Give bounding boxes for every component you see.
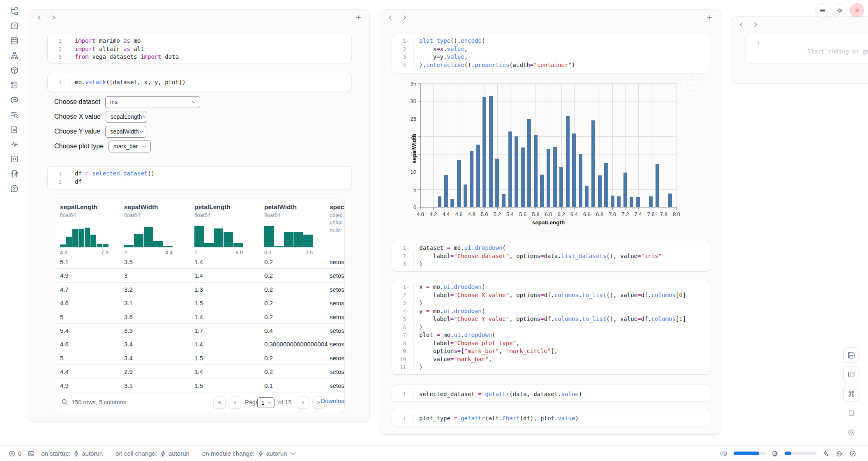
layout-button[interactable]	[843, 366, 859, 382]
cell-editor-xy-dropdowns[interactable]: 1⌄x = mo.ui.dropdown(2 label="Choose X v…	[392, 280, 710, 375]
add-cell-icon[interactable]	[706, 14, 713, 23]
altair-chart-output[interactable]: 4.04.24.44.64.85.05.25.45.65.86.06.26.46…	[392, 76, 710, 237]
column-header-petalWidth[interactable]: petalWidthfloat640.12.5	[264, 203, 327, 218]
chart-bar[interactable]	[579, 154, 582, 207]
chart-bar[interactable]	[623, 173, 627, 207]
error-count-button[interactable]: 0	[8, 450, 21, 457]
chart-bar[interactable]	[521, 148, 525, 207]
settings-button[interactable]	[833, 3, 847, 17]
fold-chevron-icon[interactable]: ⌄	[406, 37, 411, 45]
functions-icon[interactable]: f	[9, 21, 20, 31]
column-header-sepalWidth[interactable]: sepalWidthfloat6424.4	[124, 203, 187, 218]
chart-bar[interactable]	[572, 134, 576, 207]
ai-sparkles-button[interactable]	[822, 450, 830, 457]
column-header-sepalLength[interactable]: sepalLengthfloat644.37.9	[60, 203, 122, 218]
chart-bar[interactable]	[515, 136, 518, 207]
chevron-right-icon[interactable]	[50, 14, 57, 23]
chart-bar[interactable]	[508, 131, 512, 207]
frame-button[interactable]	[843, 405, 859, 421]
assistant-button[interactable]	[836, 450, 844, 457]
fold-chevron-icon[interactable]: ⌄	[406, 244, 411, 252]
shutdown-button[interactable]	[850, 3, 864, 17]
chevron-left-icon[interactable]	[387, 14, 394, 23]
chart-bar[interactable]	[438, 196, 441, 207]
fold-chevron-icon[interactable]: ⌄	[406, 283, 411, 291]
chart-bar[interactable]	[636, 197, 640, 207]
chart-bar[interactable]	[476, 145, 480, 207]
chart-bar[interactable]	[649, 196, 653, 207]
chart-menu-button[interactable]	[687, 79, 698, 91]
menu-button[interactable]	[815, 3, 829, 17]
chart-bar[interactable]	[591, 120, 595, 207]
chart-bar[interactable]	[470, 151, 473, 207]
page-select[interactable]: 1	[257, 397, 275, 408]
add-cell-icon[interactable]	[355, 14, 362, 23]
chart-bar[interactable]	[502, 194, 506, 207]
chart-bar[interactable]	[585, 186, 589, 207]
chart-bar[interactable]	[611, 196, 614, 207]
chart-bar[interactable]	[527, 119, 531, 207]
previous-page-button[interactable]	[229, 396, 241, 409]
chart-bar[interactable]	[444, 175, 448, 207]
cell-editor-empty[interactable]: 1 Start coding or generate with AI	[745, 34, 868, 63]
dropdown-choose-x-value[interactable]: sepalLength	[106, 111, 147, 123]
chart-bar[interactable]	[604, 163, 608, 207]
run-button[interactable]	[843, 424, 859, 440]
scratchpad-icon[interactable]	[9, 168, 20, 179]
chart-bar[interactable]	[534, 135, 538, 207]
package-icon[interactable]	[9, 65, 20, 76]
chart-bar[interactable]	[566, 116, 570, 207]
chatbot-icon[interactable]	[9, 95, 20, 105]
file-tree-icon[interactable]	[9, 6, 20, 16]
chevron-left-icon[interactable]	[36, 14, 43, 23]
chevron-right-icon[interactable]	[401, 14, 408, 23]
help-icon[interactable]	[9, 183, 20, 194]
fold-chevron-icon[interactable]: ⌄	[406, 331, 411, 339]
column-header-speci[interactable]: speciobjecuniqunulls:	[330, 203, 345, 235]
chart-bar[interactable]	[668, 194, 672, 207]
dependency-graph-icon[interactable]	[9, 50, 20, 61]
connection-status-button[interactable]	[849, 450, 857, 457]
cell-editor-plot[interactable]: 1⌄plot_type().encode(2 x=x.value,3 y=y.v…	[392, 34, 710, 73]
dropdown-choose-plot-type[interactable]: mark_bar	[108, 141, 151, 152]
chart-bar[interactable]	[457, 160, 461, 207]
runtime-setting-2[interactable]: on module change:autorun	[202, 450, 295, 457]
chart-plot-area[interactable]	[420, 83, 676, 207]
chart-bar[interactable]	[656, 164, 659, 207]
chart-bar[interactable]	[489, 96, 493, 207]
chart-bar[interactable]	[598, 175, 602, 207]
chevron-left-icon[interactable]	[738, 21, 745, 30]
chart-bar[interactable]	[450, 199, 454, 207]
chart-bar[interactable]	[553, 147, 557, 207]
command-palette-button[interactable]	[843, 386, 859, 401]
cell-editor-imports[interactable]: 1import marimo as mo2import altair as al…	[47, 34, 352, 63]
save-button[interactable]	[843, 347, 859, 363]
scroll-icon[interactable]	[9, 80, 20, 90]
chart-bar[interactable]	[540, 175, 544, 207]
dropdown-choose-y-value[interactable]: sepalWidth	[105, 126, 146, 138]
chart-bar[interactable]	[547, 149, 550, 207]
chart-bar[interactable]	[464, 184, 467, 207]
column-header-petalLength[interactable]: petalLengthfloat6416.9	[194, 203, 257, 218]
search-icon[interactable]	[61, 398, 68, 407]
log-search-icon[interactable]	[9, 109, 20, 120]
first-page-button[interactable]	[213, 396, 226, 409]
terminal-button[interactable]	[28, 450, 35, 457]
cell-editor-selected-dataset[interactable]: 1selected_dataset = getattr(data, datase…	[392, 385, 710, 402]
chart-bar[interactable]	[559, 167, 563, 207]
cell-editor-vstack[interactable]: 1mo.vstack([dataset, x, y, plot])	[47, 73, 352, 92]
chart-bar[interactable]	[617, 196, 621, 207]
chart-bar[interactable]	[630, 197, 633, 207]
generate-link[interactable]: generate	[863, 48, 868, 55]
database-icon[interactable]	[9, 35, 20, 46]
dropdown-choose-dataset[interactable]: iris	[105, 96, 200, 108]
snippets-icon[interactable]	[9, 154, 20, 164]
runtime-setting-1[interactable]: on cell change:autorun	[115, 450, 189, 457]
document-icon[interactable]	[9, 124, 20, 135]
cell-editor-dataset-dropdown[interactable]: 1⌄dataset = mo.ui.dropdown(2 label="Choo…	[392, 241, 710, 272]
next-page-button[interactable]	[297, 396, 309, 409]
chart-bar[interactable]	[482, 97, 486, 207]
cell-editor-df[interactable]: 1df = selected_dataset()2df	[47, 166, 352, 189]
chevron-right-icon[interactable]	[752, 21, 759, 30]
download-button[interactable]: Download	[321, 397, 345, 404]
